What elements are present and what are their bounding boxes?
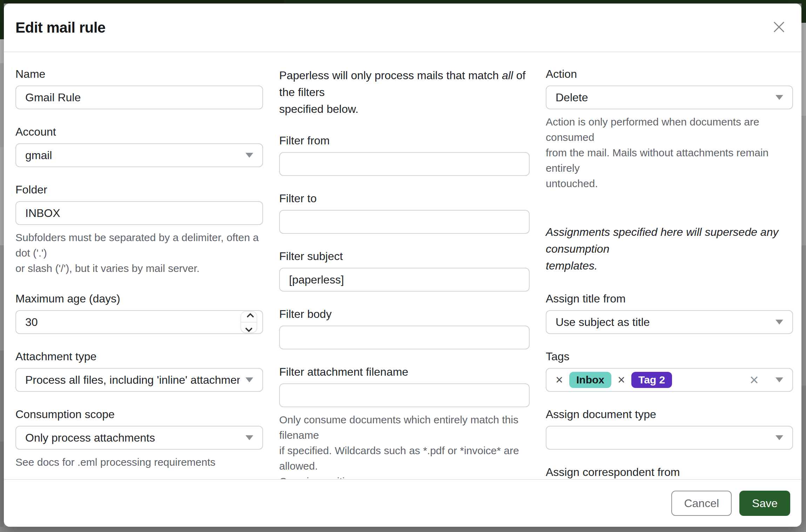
tags-field-group: Tags × Inbox × Tag 2 ×	[546, 349, 793, 392]
attachment-type-field-group: Attachment type Process all files, inclu…	[15, 349, 263, 392]
chevron-down-icon	[775, 320, 783, 325]
filter-filename-input[interactable]	[279, 383, 530, 407]
save-button[interactable]: Save	[739, 491, 790, 516]
filters-intro-text: Paperless will only process mails that m…	[279, 67, 530, 117]
filter-from-input[interactable]	[279, 152, 530, 176]
tags-label: Tags	[546, 349, 793, 363]
dialog-footer: Cancel Save	[4, 479, 801, 527]
chevron-down-icon	[246, 435, 253, 440]
filter-subject-label: Filter subject	[279, 249, 530, 263]
assign-doctype-label: Assign document type	[546, 407, 793, 421]
attachment-type-select[interactable]: Process all files, including 'inline' at…	[15, 368, 263, 392]
account-select[interactable]: gmail	[15, 143, 263, 167]
name-field-group: Name	[15, 67, 263, 109]
cancel-button[interactable]: Cancel	[671, 491, 732, 516]
action-select[interactable]: Delete	[546, 86, 793, 109]
attachment-type-label: Attachment type	[15, 349, 263, 363]
assign-doctype-field-group: Assign document type	[546, 407, 793, 450]
assignments-note-text: Assignments specified here will supersed…	[546, 224, 793, 274]
tag-pill-tag-2: Tag 2	[631, 372, 672, 388]
filter-to-input[interactable]	[279, 210, 530, 234]
folder-input[interactable]	[15, 201, 263, 225]
filter-filename-label: Filter attachment filename	[279, 365, 530, 379]
chevron-down-icon	[246, 377, 253, 382]
consumption-scope-select[interactable]: Only process attachments	[15, 426, 263, 450]
assign-correspondent-label: Assign correspondent from	[546, 465, 793, 479]
action-help-text: Action is only performed when documents …	[546, 114, 793, 191]
folder-label: Folder	[15, 183, 263, 197]
action-label: Action	[546, 67, 793, 81]
dialog-header: Edit mail rule	[4, 4, 801, 52]
consumption-scope-field-group: Consumption scope Only process attachmen…	[15, 407, 263, 470]
filter-to-field-group: Filter to	[279, 191, 530, 234]
action-selected-value: Delete	[556, 91, 770, 104]
max-age-label: Maximum age (days)	[15, 292, 263, 306]
name-label: Name	[15, 67, 263, 81]
column-general: Name Account gmail Folder Subfolders mus…	[15, 67, 263, 479]
chevron-down-icon	[775, 435, 783, 440]
filter-from-label: Filter from	[279, 134, 530, 148]
assign-correspondent-field-group: Assign correspondent from Do not assign …	[546, 465, 793, 479]
filter-body-field-group: Filter body	[279, 307, 530, 349]
filter-body-label: Filter body	[279, 307, 530, 321]
backdrop-bottom-edge	[0, 527, 806, 532]
remove-tag-inbox-button[interactable]: ×	[556, 374, 563, 386]
backdrop-navbar	[0, 0, 806, 4]
tag-pill-inbox: Inbox	[569, 372, 611, 388]
filter-subject-input[interactable]	[279, 268, 530, 292]
attachment-type-selected-value: Process all files, including 'inline' at…	[25, 374, 240, 387]
filter-filename-help-text: Only consume documents which entirely ma…	[279, 412, 530, 479]
column-filters: Paperless will only process mails that m…	[279, 67, 530, 479]
edit-mail-rule-dialog: Edit mail rule Name Account gmail	[4, 4, 801, 527]
name-input[interactable]	[15, 86, 263, 109]
action-field-group: Action Delete Action is only performed w…	[546, 67, 793, 191]
assign-doctype-select[interactable]	[546, 426, 793, 450]
folder-field-group: Folder Subfolders must be separated by a…	[15, 183, 263, 276]
close-button[interactable]	[769, 18, 789, 37]
filter-body-input[interactable]	[279, 326, 530, 349]
assign-title-select[interactable]: Use subject as title	[546, 310, 793, 334]
backdrop-right-edge	[801, 0, 806, 532]
assign-title-label: Assign title from	[546, 292, 793, 306]
max-age-stepper[interactable]	[241, 312, 257, 333]
filter-filename-field-group: Filter attachment filename Only consume …	[279, 365, 530, 479]
chevron-down-icon	[246, 153, 253, 158]
filters-intro-before: Paperless will only process mails that m…	[279, 69, 502, 82]
chevron-up-icon	[247, 313, 254, 320]
filters-intro-emphasis: all	[502, 69, 513, 82]
chevron-down-icon	[775, 377, 783, 382]
dialog-title: Edit mail rule	[15, 19, 106, 36]
folder-help-text: Subfolders must be separated by a delimi…	[15, 230, 263, 276]
column-actions: Action Delete Action is only performed w…	[546, 67, 793, 479]
filter-to-label: Filter to	[279, 191, 530, 205]
filter-from-field-group: Filter from	[279, 134, 530, 176]
clear-tags-button[interactable]: ×	[750, 372, 759, 388]
dialog-body: Name Account gmail Folder Subfolders mus…	[4, 53, 801, 479]
assign-title-field-group: Assign title from Use subject as title	[546, 292, 793, 334]
chevron-down-icon	[775, 95, 783, 100]
max-age-field-group: Maximum age (days)	[15, 292, 263, 334]
account-label: Account	[15, 125, 263, 139]
stepper-up[interactable]	[241, 312, 257, 322]
consumption-scope-help-text: See docs for .eml processing requirement…	[15, 455, 263, 470]
backdrop-left-edge	[0, 0, 4, 532]
consumption-scope-selected-value: Only process attachments	[25, 431, 240, 444]
filter-subject-field-group: Filter subject	[279, 249, 530, 292]
tags-multiselect[interactable]: × Inbox × Tag 2 ×	[546, 368, 793, 392]
stepper-down[interactable]	[241, 322, 257, 333]
close-icon	[772, 20, 786, 35]
max-age-input[interactable]	[15, 310, 263, 334]
account-selected-value: gmail	[25, 149, 240, 162]
consumption-scope-label: Consumption scope	[15, 407, 263, 421]
max-age-number-wrap	[15, 310, 263, 334]
remove-tag-2-button[interactable]: ×	[618, 374, 625, 386]
chevron-down-icon	[245, 325, 253, 332]
assign-title-selected-value: Use subject as title	[556, 316, 770, 329]
account-field-group: Account gmail	[15, 125, 263, 167]
